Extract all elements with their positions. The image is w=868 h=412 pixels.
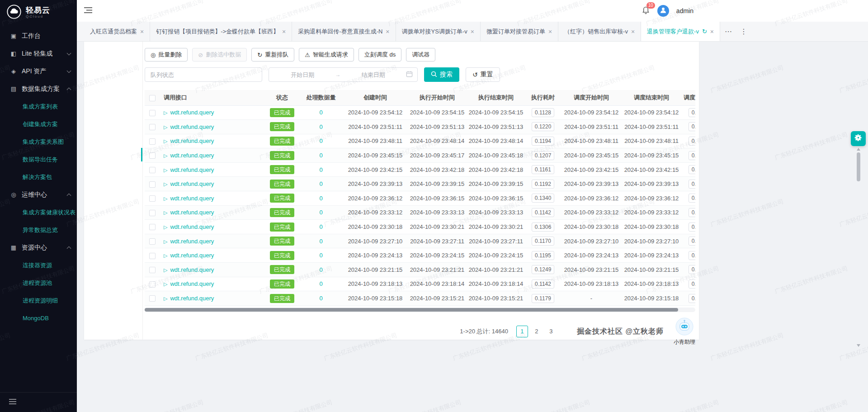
count-link[interactable]: 0 — [319, 180, 322, 187]
interface-link[interactable]: wdt.refund.query — [170, 266, 214, 273]
tab-1[interactable]: 钉钉报销【项目报销类】->金蝶付款单【班西】 ↻ × — [150, 22, 292, 42]
row-checkbox[interactable] — [149, 152, 156, 159]
count-link[interactable]: 0 — [319, 137, 322, 144]
count-link[interactable]: 0 — [319, 280, 322, 287]
sidebar-item-0[interactable]: ▣ 工作台 — [0, 27, 77, 45]
sidebar-subitem[interactable]: 集成方案关系图 — [0, 133, 77, 151]
queue-status-input[interactable] — [145, 67, 262, 82]
sidebar-subitem[interactable]: 进程资源明细 — [0, 292, 77, 309]
table-row[interactable]: ▷wdt.refund.query 已完成 0 2024-10-09 23:54… — [145, 105, 695, 120]
interface-link[interactable]: wdt.refund.query — [170, 152, 214, 159]
sidebar-subitem[interactable]: 数据导出任务 — [0, 151, 77, 168]
tab-close-icon[interactable]: × — [471, 28, 474, 35]
tab-2[interactable]: 采购退料单回传-赛意直接生成-N ↻ × — [292, 22, 396, 42]
sidebar-item-3[interactable]: ▤ 数据集成方案 — [0, 80, 77, 98]
toolbar-button-2[interactable]: ↻ 重新排队 — [251, 48, 294, 62]
row-checkbox[interactable] — [149, 210, 156, 216]
interface-link[interactable]: wdt.refund.query — [170, 123, 214, 130]
table-row[interactable]: ▷wdt.refund.query 已完成 0 2024-10-09 23:18… — [145, 277, 695, 291]
tab-refresh-icon[interactable]: ↻ — [702, 28, 707, 35]
table-row[interactable]: ▷wdt.refund.query 已完成 0 2024-10-09 23:51… — [145, 120, 695, 134]
date-end-input[interactable] — [344, 71, 403, 78]
sidebar-subitem[interactable]: 异常数据总览 — [0, 221, 77, 239]
inner-menu-item-9[interactable] — [84, 224, 142, 244]
page-button-1[interactable]: 1 — [516, 326, 528, 337]
inner-menu-item-6[interactable] — [84, 165, 142, 185]
interface-link[interactable]: wdt.refund.query — [170, 209, 214, 216]
count-link[interactable]: 0 — [319, 238, 322, 245]
row-checkbox[interactable] — [149, 224, 156, 230]
assistant-avatar[interactable] — [675, 317, 693, 337]
vertical-scrollbar[interactable] — [856, 148, 861, 347]
count-link[interactable]: 0 — [319, 152, 322, 159]
row-checkbox[interactable] — [149, 138, 156, 145]
count-link[interactable]: 0 — [319, 266, 322, 273]
tab-5[interactable]: （红字）销售出库审核-v ↻ × — [558, 22, 641, 42]
count-link[interactable]: 0 — [319, 123, 322, 130]
row-checkbox[interactable] — [149, 124, 156, 130]
sidebar-fold-button[interactable] — [84, 7, 92, 15]
sidebar-subitem[interactable]: MongoDB — [0, 309, 77, 327]
inner-menu-item-3[interactable] — [84, 105, 142, 125]
sidebar-subitem[interactable]: 进程资源池 — [0, 274, 77, 292]
user-avatar[interactable] — [657, 5, 669, 17]
date-start-input[interactable] — [274, 71, 332, 78]
row-checkbox[interactable] — [149, 295, 156, 302]
sidebar-subitem[interactable]: 集成方案健康状况表 — [0, 204, 77, 221]
count-link[interactable]: 0 — [319, 295, 322, 302]
count-link[interactable]: 0 — [319, 209, 322, 216]
tab-3[interactable]: 调拨单对接YS调拨订单-v ↻ × — [396, 22, 481, 42]
tab-4[interactable]: 微盟订单对接管易订单 ↻ × — [481, 22, 558, 42]
select-all-checkbox[interactable] — [149, 95, 156, 101]
interface-link[interactable]: wdt.refund.query — [170, 195, 214, 202]
assistant-widget[interactable]: 小青助理 — [674, 317, 695, 346]
sidebar-item-2[interactable]: ◈ API 资产 — [0, 62, 77, 80]
row-checkbox[interactable] — [149, 167, 156, 173]
scroll-up-arrow[interactable] — [857, 148, 860, 151]
table-row[interactable]: ▷wdt.refund.query 已完成 0 2024-10-09 23:42… — [145, 162, 695, 177]
inner-menu-item-11[interactable] — [84, 264, 142, 284]
row-checkbox[interactable] — [149, 181, 156, 188]
interface-link[interactable]: wdt.refund.query — [170, 280, 214, 287]
tab-6[interactable]: 退换管理客户退款-v ↻ × — [641, 22, 720, 42]
table-row[interactable]: ▷wdt.refund.query 已完成 0 2024-10-09 23:33… — [145, 205, 695, 220]
page-button-3[interactable]: 3 — [545, 326, 557, 337]
toolbar-button-4[interactable]: 立刻调度 ds — [359, 48, 401, 62]
inner-menu-item-5[interactable] — [84, 145, 142, 165]
sidebar-item-5[interactable]: ▦ 资源中心 — [0, 239, 77, 256]
interface-link[interactable]: wdt.refund.query — [170, 137, 214, 144]
table-row[interactable]: ▷wdt.refund.query 已完成 0 2024-10-09 23:30… — [145, 220, 695, 234]
horizontal-scrollbar-thumb[interactable] — [145, 308, 678, 312]
count-link[interactable]: 0 — [319, 195, 322, 202]
toolbar-button-5[interactable]: 调试器 — [406, 48, 435, 62]
brand[interactable]: 轻易云 QCloud — [0, 0, 77, 25]
scroll-down-arrow[interactable] — [857, 344, 860, 347]
row-checkbox[interactable] — [149, 267, 156, 273]
count-link[interactable]: 0 — [319, 223, 322, 230]
row-checkbox[interactable] — [149, 238, 156, 245]
tab-0[interactable]: 入旺店通货品档案 ↻ × — [84, 22, 150, 42]
tab-close-icon[interactable]: × — [631, 28, 635, 35]
search-button[interactable]: 搜索 — [424, 67, 459, 82]
notification-bell-button[interactable]: 10 — [642, 5, 650, 16]
count-link[interactable]: 0 — [319, 252, 322, 259]
inner-menu-item-0[interactable] — [84, 45, 142, 65]
sidebar-item-4[interactable]: ◎ 运维中心 — [0, 186, 77, 204]
page-button-2[interactable]: 2 — [531, 326, 542, 337]
tab-close-icon[interactable]: × — [140, 28, 144, 35]
toolbar-button-3[interactable]: ⚠ 智能生成请求 — [299, 48, 354, 62]
interface-link[interactable]: wdt.refund.query — [170, 295, 214, 302]
table-row[interactable]: ▷wdt.refund.query 已完成 0 2024-10-09 23:24… — [145, 248, 695, 263]
row-checkbox[interactable] — [149, 253, 156, 259]
username[interactable]: admin — [676, 7, 693, 14]
inner-menu-item-2[interactable] — [84, 85, 142, 105]
sidebar-item-1[interactable]: ◧ Lite 轻集成 — [0, 45, 77, 62]
tabs-more-icon[interactable]: ⋯ — [725, 27, 732, 36]
settings-gear-button[interactable] — [851, 131, 866, 146]
sidebar-subitem[interactable]: 集成方案列表 — [0, 98, 77, 115]
toolbar-button-1[interactable]: ⊘ 删除选中数据 — [192, 48, 247, 62]
tab-close-icon[interactable]: × — [386, 28, 389, 35]
inner-menu-item-8[interactable] — [84, 204, 142, 224]
inner-menu-item-1[interactable] — [84, 65, 142, 85]
sidebar-subitem[interactable]: 创建集成方案 — [0, 115, 77, 133]
